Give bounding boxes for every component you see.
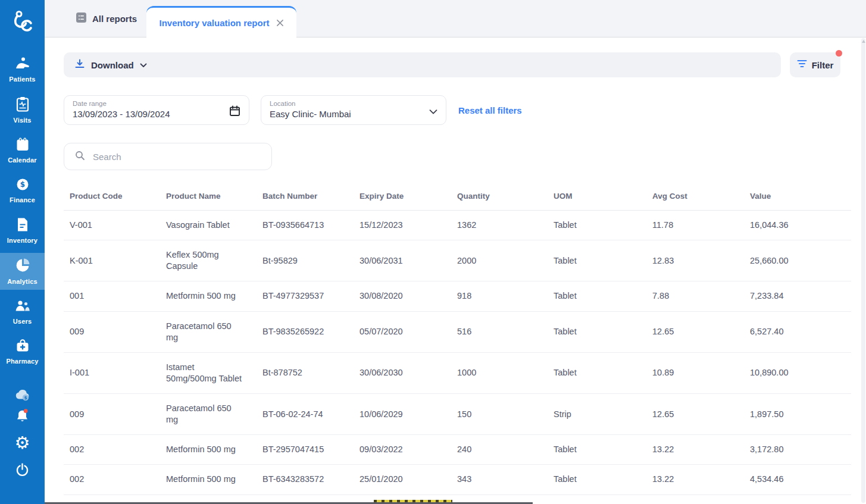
- app-logo[interactable]: [9, 8, 36, 37]
- scroll-up-arrow-icon[interactable]: [862, 40, 865, 43]
- vertical-scrollbar[interactable]: [861, 38, 865, 503]
- cell-avg-cost: 12.83: [646, 246, 744, 276]
- cell-expiry-date: 15/12/2023: [354, 211, 451, 240]
- tab-all-reports[interactable]: All reports: [76, 12, 137, 24]
- table-row[interactable]: 001 Metformin 500 mg BT-4977329537 30/08…: [64, 281, 851, 311]
- table-row[interactable]: I-001 Istamet 50mg/500mg Tablet Bt-87875…: [64, 353, 851, 394]
- cell-quantity: 150: [451, 400, 548, 429]
- cell-quantity: 918: [451, 281, 548, 311]
- table-body: V-001 Vasograin Tablet BT-0935664713 15/…: [64, 211, 851, 504]
- column-header[interactable]: UOM: [548, 192, 646, 201]
- column-header[interactable]: Product Code: [64, 192, 160, 201]
- sidebar-item-label: Analytics: [7, 278, 37, 285]
- settings-icon[interactable]: ⚙: [15, 434, 30, 452]
- cell-value: 6,527.40: [744, 317, 851, 346]
- table-row[interactable]: 002 Metformin 500 mg BT-2957047415 09/03…: [64, 435, 851, 465]
- table-row[interactable]: 002 Metformin 500 mg BT-6343283572 25/01…: [64, 465, 851, 494]
- location-select[interactable]: Location Easy Clinic- Mumbai: [261, 95, 446, 125]
- cell-expiry-date: 10/06/2029: [354, 400, 451, 429]
- column-header[interactable]: Product Name: [160, 192, 257, 201]
- tab-inventory-valuation-report[interactable]: Inventory valuation report: [146, 6, 296, 37]
- table-row[interactable]: 009 Paracetamol 650 mg BT-06-02-24-74 10…: [64, 394, 851, 435]
- cell-batch-number: BT-9835265922: [257, 317, 354, 346]
- sidebar-item-visits[interactable]: Visits: [0, 92, 45, 129]
- table-row[interactable]: V-001 Vasograin Tablet BT-0935664713 15/…: [64, 211, 851, 240]
- tab-all-reports-label: All reports: [92, 14, 137, 24]
- cell-value: 3,172.80: [744, 435, 851, 464]
- sidebar-item-patients[interactable]: Patients: [0, 52, 45, 87]
- cell-product-name: Metformin 500 mg: [160, 435, 257, 464]
- close-tab-icon[interactable]: [276, 19, 284, 27]
- cell-uom: Tablet: [548, 246, 646, 276]
- cell-uom: Tablet: [548, 211, 646, 240]
- main-area: All reports Inventory valuation report D…: [45, 0, 866, 504]
- sidebar-item-inventory[interactable]: Inventory: [0, 212, 45, 249]
- filter-icon: [797, 60, 807, 70]
- calendar-picker-icon[interactable]: [229, 105, 240, 119]
- visits-icon: [15, 96, 30, 114]
- cell-batch-number: BT-06-02-24-74: [257, 400, 354, 429]
- chevron-down-icon: [429, 107, 437, 117]
- cell-batch-number: BT-4977329537: [257, 281, 354, 311]
- cell-product-code: 002: [64, 435, 160, 464]
- cell-product-name: Vasograin Tablet: [160, 211, 257, 240]
- table-row[interactable]: 009 Paracetamol 650 mg BT-9835265922 05/…: [64, 312, 851, 353]
- logout-icon[interactable]: [15, 462, 30, 477]
- sidebar-item-label: Inventory: [7, 237, 37, 244]
- cell-expiry-date: 09/03/2022: [354, 435, 451, 464]
- filter-button[interactable]: Filter: [790, 52, 840, 77]
- app-logo-icon: [9, 8, 36, 35]
- sidebar-item-finance[interactable]: $ Finance: [0, 173, 45, 208]
- cell-avg-cost: 12.65: [646, 317, 744, 346]
- cell-uom: Tablet: [548, 358, 646, 387]
- cell-product-code: 009: [64, 400, 160, 429]
- cell-avg-cost: 7.88: [646, 495, 744, 504]
- cell-quantity: 1362: [451, 211, 548, 240]
- cell-value: 1,897.50: [744, 400, 851, 429]
- sidebar-item-pharmacy[interactable]: Pharmacy: [0, 334, 45, 370]
- column-header[interactable]: Expiry Date: [354, 192, 451, 201]
- cell-uom: Tablet: [548, 281, 646, 311]
- filter-active-badge: [836, 50, 842, 57]
- sidebar-item-label: Users: [13, 318, 32, 325]
- search-icon: [75, 151, 85, 163]
- tab-active-label: Inventory valuation report: [159, 18, 269, 28]
- cell-product-name: Metformin 500 mg: [160, 281, 257, 311]
- notifications-icon[interactable]: [14, 408, 30, 424]
- cell-value: 16,044.36: [744, 211, 851, 240]
- column-header[interactable]: Avg Cost: [646, 192, 744, 201]
- table-row[interactable]: K-001 Keflex 500mg Capsule Bt-95829 30/0…: [64, 240, 851, 281]
- cloud-payment-icon[interactable]: $: [14, 388, 31, 402]
- column-header[interactable]: Quantity: [451, 192, 548, 201]
- search-input[interactable]: [92, 151, 271, 162]
- reset-all-filters-link[interactable]: Reset all filters: [458, 105, 522, 115]
- column-header[interactable]: Batch Number: [257, 192, 354, 201]
- column-header[interactable]: Value: [744, 192, 851, 201]
- sidebar-item-label: Patients: [9, 76, 35, 83]
- download-icon: [74, 58, 85, 71]
- cell-product-code: 001: [64, 281, 160, 311]
- sidebar-item-analytics[interactable]: Analytics: [0, 253, 45, 290]
- chevron-down-icon: [140, 60, 147, 70]
- analytics-icon: [15, 258, 30, 276]
- cell-value: 4,534.46: [744, 465, 851, 494]
- search-box: [64, 143, 272, 170]
- location-label: Location: [270, 100, 437, 107]
- cell-quantity: 1000: [451, 358, 548, 387]
- download-button[interactable]: Download: [64, 52, 781, 77]
- date-range-input[interactable]: Date range 13/09/2023 - 13/09/2024: [64, 95, 249, 125]
- toolbar: Download Filter: [64, 52, 866, 77]
- cell-expiry-date: 25/01/2020: [354, 465, 451, 494]
- cell-product-name: Paracetamol 650 mg: [160, 394, 257, 434]
- sidebar: Patients Visits Calendar $ Finance Inven…: [0, 0, 45, 504]
- cell-expiry-date: 05/07/2020: [354, 317, 451, 346]
- cell-avg-cost: 12.65: [646, 400, 744, 429]
- cell-product-name: Keflex 500mg Capsule: [160, 240, 257, 281]
- table-header: Product Code Product Name Batch Number E…: [64, 182, 851, 211]
- cell-avg-cost: 13.22: [646, 435, 744, 464]
- cell-product-name: Istamet 50mg/500mg Tablet: [160, 353, 257, 393]
- sidebar-item-label: Calendar: [8, 156, 37, 164]
- sidebar-item-calendar[interactable]: Calendar: [0, 133, 45, 168]
- cell-product-name: Paracetamol 650 mg: [160, 312, 257, 352]
- sidebar-item-users[interactable]: Users: [0, 294, 45, 330]
